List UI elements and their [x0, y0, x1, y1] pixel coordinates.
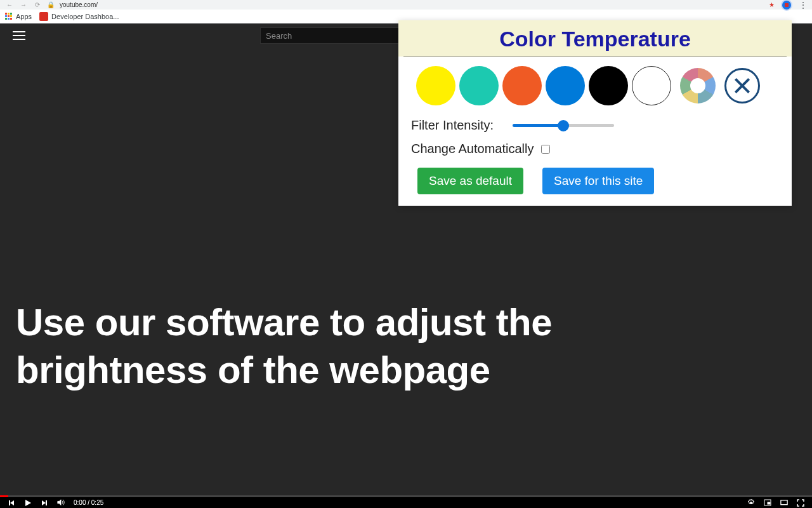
filter-intensity-label: Filter Intensity:: [411, 118, 494, 133]
bookmark-item[interactable]: Developer Dashboa...: [39, 12, 119, 21]
settings-icon[interactable]: [747, 499, 755, 507]
volume-icon[interactable]: [57, 499, 65, 507]
search-placeholder: Search: [266, 31, 292, 41]
color-row: [398, 57, 792, 112]
time-display: 0:00 / 0:25: [74, 499, 103, 506]
miniplayer-icon[interactable]: [764, 499, 771, 507]
auto-row: Change Automatically: [398, 139, 792, 163]
bookmark-label: Developer Dashboa...: [51, 13, 119, 20]
button-row: Save as default Save for this site: [398, 163, 792, 206]
svg-rect-3: [781, 500, 787, 505]
auto-checkbox[interactable]: [541, 145, 550, 154]
hamburger-icon[interactable]: [13, 31, 25, 40]
close-icon[interactable]: [724, 68, 760, 104]
auto-label: Change Automatically: [411, 142, 534, 156]
progress-bar[interactable]: [0, 495, 812, 497]
apps-shortcut[interactable]: Apps: [5, 13, 32, 20]
filter-intensity-slider[interactable]: [513, 124, 614, 127]
address-bar[interactable]: youtube.com/: [60, 1, 98, 8]
back-icon[interactable]: ←: [5, 1, 14, 10]
player-controls: 0:00 / 0:25: [0, 497, 812, 508]
kebab-menu-icon[interactable]: ⋮: [799, 0, 807, 10]
search-input[interactable]: Search: [260, 27, 412, 44]
forward-icon: →: [19, 1, 28, 10]
color-picker-icon[interactable]: [680, 68, 716, 104]
previous-icon[interactable]: [8, 499, 15, 507]
apps-label: Apps: [16, 13, 32, 20]
lock-icon: 🔒: [47, 1, 55, 8]
color-yellow[interactable]: [416, 66, 455, 105]
reload-icon[interactable]: ⟳: [33, 1, 42, 10]
play-icon[interactable]: [24, 499, 32, 507]
color-orange[interactable]: [502, 66, 542, 105]
bookmark-favicon-icon: [39, 12, 48, 21]
overlay-headline: Use our software to adjust the brightnes…: [16, 298, 698, 394]
color-blue[interactable]: [546, 66, 585, 105]
filter-intensity-row: Filter Intensity:: [398, 112, 792, 139]
next-icon[interactable]: [41, 499, 48, 507]
popup-title: Color Temperature: [398, 20, 792, 57]
save-site-button[interactable]: Save for this site: [542, 168, 654, 194]
color-teal[interactable]: [459, 66, 499, 105]
progress-fill: [0, 495, 8, 497]
star-icon[interactable]: ★: [769, 1, 775, 8]
theater-icon[interactable]: [780, 499, 788, 507]
apps-grid-icon: [5, 13, 13, 20]
extension-popup: Color Temperature Filter Intensity: Chan…: [398, 20, 792, 206]
browser-toolbar: ← → ⟳ 🔒 youtube.com/ ★ ⋮: [0, 0, 812, 10]
save-default-button[interactable]: Save as default: [417, 168, 523, 194]
svg-rect-2: [768, 502, 770, 504]
color-white[interactable]: [632, 66, 671, 105]
color-black[interactable]: [589, 66, 628, 105]
extension-icon[interactable]: [781, 0, 792, 11]
fullscreen-icon[interactable]: [797, 499, 804, 507]
